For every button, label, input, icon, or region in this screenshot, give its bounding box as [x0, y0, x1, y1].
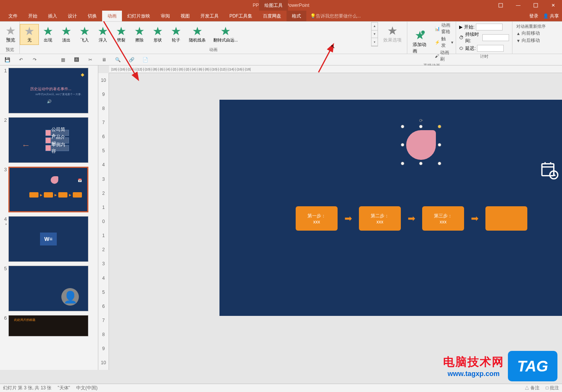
undo-icon[interactable]: ↶	[18, 56, 24, 63]
slide-canvas[interactable]: ⟳ 第一步：xxx➡第二步：xxx➡第三步：xxx➡	[219, 100, 562, 316]
slide-thumb-3[interactable]: 📅▶▶▶	[8, 167, 88, 212]
ribbon-tabs: 文件 开始 插入 设计 切换 动画 幻灯片放映 审阅 视图 开发工具 PDF工具…	[0, 11, 562, 21]
play-icon: ▶	[459, 24, 463, 30]
gallery-scroll[interactable]: ▲ ▼ ▾	[371, 22, 378, 46]
maximize-button[interactable]	[527, 0, 544, 11]
anim-0[interactable]: 无	[20, 24, 39, 45]
step-box-3[interactable]	[485, 206, 527, 231]
anim-9[interactable]: 随机线条	[185, 24, 210, 45]
tab-animation[interactable]: 动画	[102, 11, 122, 21]
anim-7[interactable]: 形状	[149, 24, 167, 45]
animation-painter-button[interactable]: 🖌 动画刷	[432, 49, 456, 63]
trigger-button[interactable]: ⚡ 触发 ▾	[432, 35, 456, 49]
sel-handle[interactable]	[438, 162, 441, 165]
move-earlier-button[interactable]: ▲ 向前移动	[514, 30, 542, 37]
animation-gallery[interactable]: 无出现淡出飞入浮入劈裂擦除形状轮子随机线条翻转式由远...	[20, 24, 371, 45]
anim-1[interactable]: 出现	[39, 24, 57, 45]
login-link[interactable]: 登录	[529, 13, 538, 19]
tab-home[interactable]: 开始	[23, 11, 43, 21]
rotate-handle-icon[interactable]: ⟳	[419, 118, 423, 123]
tab-slideshow[interactable]: 幻灯片放映	[122, 11, 155, 21]
anim-2[interactable]: 淡出	[57, 24, 75, 45]
anim-3[interactable]: 飞入	[75, 24, 94, 45]
link-icon[interactable]: 🔗	[128, 56, 135, 63]
anim-4[interactable]: 浮入	[94, 24, 112, 45]
star-icon	[387, 25, 398, 36]
slide-thumb-5[interactable]: 👤	[8, 266, 88, 311]
tab-dev[interactable]: 开发工具	[195, 11, 224, 21]
step-box-0[interactable]: 第一步：xxx	[296, 206, 338, 231]
tab-baidu[interactable]: 百度网盘	[258, 11, 287, 21]
sel-handle[interactable]	[438, 143, 441, 147]
tab-insert[interactable]: 插入	[43, 11, 62, 21]
present-icon[interactable]: 🖥	[101, 56, 107, 63]
tab-design[interactable]: 设计	[62, 11, 82, 21]
add-animation-label: 添加动画	[413, 41, 427, 54]
delay-input[interactable]	[477, 45, 504, 52]
notes-button[interactable]: △ 备注	[525, 385, 540, 391]
sel-handle[interactable]	[419, 162, 423, 165]
effect-options-label: 效果选项	[383, 37, 402, 43]
sel-handle[interactable]	[401, 125, 404, 128]
anim-10[interactable]: 翻转式由远...	[210, 24, 242, 45]
preview-button[interactable]: 预览	[0, 24, 21, 45]
redo-icon[interactable]: ↷	[31, 56, 38, 63]
tab-review[interactable]: 审阅	[155, 11, 175, 21]
crop-icon[interactable]: ✂	[87, 56, 94, 63]
sel-handle[interactable]	[419, 125, 423, 128]
status-lang[interactable]: 中文(中国)	[76, 385, 98, 391]
slide-thumb-4[interactable]: W≡	[8, 216, 88, 262]
step-box-2[interactable]: 第三步：xxx	[422, 206, 464, 231]
step-box-1[interactable]: 第二步：xxx	[359, 206, 401, 231]
sel-handle[interactable]	[401, 162, 404, 165]
teardrop-shape[interactable]	[406, 130, 436, 160]
move-later-button[interactable]: ▼ 向后移动	[514, 37, 542, 44]
share-button[interactable]: 👤 共享	[543, 13, 559, 19]
tab-transition[interactable]: 切换	[82, 11, 102, 21]
scroll-up-icon[interactable]: ▲	[371, 22, 378, 30]
tab-view[interactable]: 视图	[175, 11, 195, 21]
slide-thumb-6[interactable]: 此处局片的标题	[8, 315, 88, 336]
slide-num: 1	[2, 68, 8, 113]
minimize-button[interactable]: —	[509, 0, 527, 11]
slide-num: 3	[2, 167, 8, 212]
clock-icon: ⏲	[459, 46, 464, 51]
anim-8[interactable]: 轮子	[167, 24, 185, 45]
start-input[interactable]	[476, 24, 503, 30]
effect-options-button[interactable]: 效果选项	[378, 24, 407, 45]
sel-handle[interactable]	[401, 143, 404, 147]
anim-5[interactable]: 劈裂	[112, 24, 130, 45]
tab-format[interactable]: 格式	[287, 11, 306, 21]
ruler-horizontal: |18|·|·|16|·|·|14|·|·|12|·|·|10|·|·|8|·|…	[109, 65, 562, 73]
steps-row: 第一步：xxx➡第二步：xxx➡第三步：xxx➡	[296, 206, 527, 231]
textbox-icon[interactable]: 🅰	[73, 56, 80, 63]
tab-file[interactable]: 文件	[3, 11, 23, 21]
insert-icon[interactable]: 📄	[142, 56, 149, 63]
slide-editor[interactable]: |18|·|·|16|·|·|14|·|·|12|·|·|10|·|·|8|·|…	[98, 65, 562, 370]
arrow-right-icon: ➡	[344, 213, 352, 224]
add-animation-button[interactable]: 添加动画	[407, 29, 432, 56]
tab-pdf[interactable]: PDF工具集	[224, 11, 258, 21]
svg-rect-0	[499, 3, 503, 7]
tell-me-search[interactable]: 💡 告诉我您想要做什么...	[310, 13, 361, 19]
reorder-label: 对动画重新排序	[514, 23, 548, 30]
sel-handle-adjust[interactable]	[438, 125, 441, 128]
duration-input[interactable]	[482, 34, 509, 41]
clock-icon: ⏱	[459, 35, 464, 40]
selected-shape[interactable]: ⟳	[402, 126, 440, 164]
slide-thumb-1[interactable]: ◆历史运动中的著名事件...xx年代xx月xx日, xxx了某地某个一大事.🔊	[8, 68, 88, 113]
anim-6[interactable]: 擦除	[130, 24, 149, 45]
new-slide-icon[interactable]: ▦	[59, 56, 66, 63]
gallery-more-icon[interactable]: ▾	[371, 38, 378, 46]
close-button[interactable]: ✕	[544, 0, 562, 11]
scroll-down-icon[interactable]: ▼	[371, 30, 378, 38]
animation-pane-button[interactable]: 📊 动画窗格	[432, 22, 456, 35]
find-icon[interactable]: 🔍	[114, 56, 121, 63]
ribbon: 预览 预览 无出现淡出飞入浮入劈裂擦除形状轮子随机线条翻转式由远... ▲ ▼ …	[0, 21, 562, 54]
save-icon[interactable]: 💾	[4, 56, 11, 63]
ribbon-display-options[interactable]	[492, 0, 509, 11]
slide-panel[interactable]: 1◆历史运动中的著名事件...xx年代xx月xx日, xxx了某地某个一大事.🔊…	[0, 65, 98, 370]
svg-rect-3	[542, 164, 554, 175]
slide-thumb-2[interactable]: 公司简介产品介绍举例内容⟵	[8, 117, 88, 163]
comments-button[interactable]: □ 批注	[546, 385, 559, 391]
